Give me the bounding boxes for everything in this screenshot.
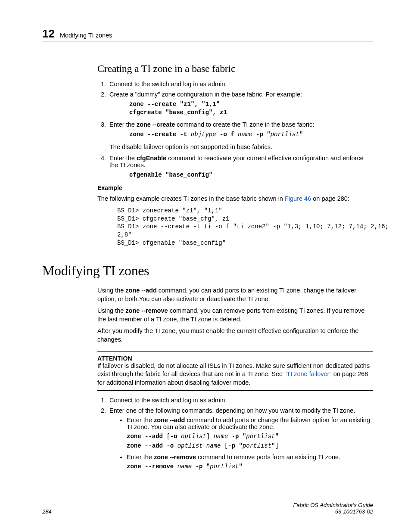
command-name: zone --remove bbox=[125, 307, 168, 314]
page-number: 284 bbox=[42, 508, 52, 515]
t: zone --add -o bbox=[127, 442, 177, 449]
step-2: Enter one of the following commands, dep… bbox=[108, 407, 373, 470]
command-name: zone --create bbox=[137, 121, 175, 128]
doc-number: 53-1001763-02 bbox=[293, 508, 373, 515]
t: " bbox=[275, 433, 279, 440]
bullet-item: Enter the zone --add command to add port… bbox=[127, 417, 373, 449]
attention-box: ATTENTION If failover is disabled, do no… bbox=[97, 351, 373, 391]
t: portlist bbox=[210, 463, 239, 470]
command-name: cfgEnable bbox=[137, 155, 166, 162]
example-intro: The following example creates TI zones i… bbox=[97, 195, 373, 203]
page-header: 12 Modifying TI zones bbox=[42, 28, 373, 41]
t: [ bbox=[166, 433, 170, 440]
section-title: Creating a TI zone in a base fabric bbox=[97, 63, 373, 75]
paragraph: Using the zone --remove command, you can… bbox=[97, 307, 373, 324]
text: Using the bbox=[97, 307, 125, 314]
t: zone --remove bbox=[127, 463, 177, 470]
t: -p " bbox=[228, 433, 246, 440]
code-keyword: -p " bbox=[252, 131, 271, 138]
major-section-title: Modifying TI zones bbox=[42, 263, 373, 279]
steps-list: Connect to the switch and log in as admi… bbox=[97, 81, 373, 179]
t: zone --add bbox=[127, 433, 166, 440]
step-1: Connect to the switch and log in as admi… bbox=[108, 397, 373, 404]
text: command to remove ports from an existing… bbox=[196, 454, 340, 460]
t: " bbox=[271, 442, 275, 449]
step-1: Connect to the switch and log in as admi… bbox=[108, 81, 373, 87]
page: 12 Modifying TI zones Creating a TI zone… bbox=[0, 0, 411, 532]
section-creating-ti-zone: Creating a TI zone in a base fabric Conn… bbox=[97, 63, 373, 247]
step-text-pre: Enter the bbox=[109, 121, 137, 128]
t: name bbox=[214, 433, 228, 440]
command-name: zone --add bbox=[125, 287, 157, 294]
t: ] bbox=[206, 433, 214, 440]
steps-list: Connect to the switch and log in as admi… bbox=[97, 397, 373, 470]
step-text: Connect to the switch and log in as admi… bbox=[109, 397, 227, 404]
step-text: Connect to the switch and log in as admi… bbox=[109, 81, 227, 87]
attention-body: If failover is disabled, do not allocate… bbox=[97, 362, 373, 387]
text: The following example creates TI zones i… bbox=[97, 195, 285, 202]
step-text-post: command to create the TI zone in the bas… bbox=[175, 121, 314, 128]
code-line: zone --add [-o optlist] name -p "portlis… bbox=[127, 433, 373, 440]
command-name: zone --remove bbox=[154, 454, 196, 460]
t: optlist name bbox=[177, 442, 221, 449]
step-3: Enter the zone --create command to creat… bbox=[108, 121, 373, 151]
attention-label: ATTENTION bbox=[97, 355, 373, 362]
t: portlist bbox=[246, 433, 275, 440]
code-block: zone --create "z1", "1,1" cfgcreate "bas… bbox=[129, 100, 373, 117]
bullet-list: Enter the zone --add command to add port… bbox=[109, 417, 373, 470]
t: ] bbox=[275, 442, 279, 449]
chapter-title: Modifying TI zones bbox=[60, 32, 112, 39]
bullet-item: Enter the zone --remove command to remov… bbox=[127, 454, 373, 470]
code-param: name bbox=[238, 131, 252, 138]
text: Enter the bbox=[127, 417, 154, 423]
example-output: BS_D1> zonecreate "z1", "1,1" BS_D1> cfg… bbox=[117, 207, 373, 247]
text: Enter the bbox=[127, 454, 154, 460]
t: -p " bbox=[228, 442, 243, 449]
text: on page 280: bbox=[311, 195, 349, 202]
t: " bbox=[239, 463, 242, 470]
example-label: Example bbox=[97, 184, 373, 191]
step-text: Enter one of the following commands, dep… bbox=[109, 407, 355, 414]
code-keyword: zone --create -t bbox=[129, 131, 191, 138]
text: Using the bbox=[97, 287, 125, 294]
step-2: Create a "dummy" zone configuration in t… bbox=[108, 91, 373, 117]
t: portlist bbox=[243, 442, 271, 449]
t: [ bbox=[221, 442, 228, 449]
step-4: Enter the cfgEnable command to reactivat… bbox=[108, 155, 373, 179]
code-block: cfgenable "base_config" bbox=[129, 171, 373, 179]
code-line: zone --add -o optlist name [-p "portlist… bbox=[127, 442, 373, 449]
code-param: portlist bbox=[271, 131, 299, 138]
t: optlist bbox=[181, 433, 206, 440]
t: -p " bbox=[192, 463, 210, 470]
book-title: Fabric OS Administrator's Guide bbox=[293, 502, 373, 508]
step-text: Create a "dummy" zone configuration in t… bbox=[109, 91, 302, 98]
paragraph: Using the zone --add command, you can ad… bbox=[97, 286, 373, 303]
page-footer: 284 Fabric OS Administrator's Guide 53-1… bbox=[42, 502, 373, 515]
chapter-number: 12 bbox=[42, 28, 55, 39]
footer-right: Fabric OS Administrator's Guide 53-10017… bbox=[293, 502, 373, 515]
paragraph: After you modify the TI zone, you must e… bbox=[97, 327, 373, 344]
t: -o bbox=[170, 433, 181, 440]
section-modifying-ti-zones: Using the zone --add command, you can ad… bbox=[97, 286, 373, 470]
command-name: zone --add bbox=[154, 417, 185, 423]
code-keyword: -o f bbox=[216, 131, 238, 138]
code-block: zone --create -t objtype -o f name -p "p… bbox=[129, 131, 373, 139]
t: name bbox=[177, 463, 192, 470]
cross-ref-link[interactable]: "TI zone failover" bbox=[284, 370, 331, 377]
code-line: zone --remove name -p "portlist" bbox=[127, 463, 373, 470]
figure-link[interactable]: Figure 46 bbox=[285, 195, 311, 202]
step-text-pre: Enter the bbox=[109, 155, 137, 162]
code-param: objtype bbox=[191, 131, 216, 138]
code-keyword: " bbox=[299, 131, 303, 138]
step-note: The disable failover option is not suppo… bbox=[109, 143, 373, 152]
